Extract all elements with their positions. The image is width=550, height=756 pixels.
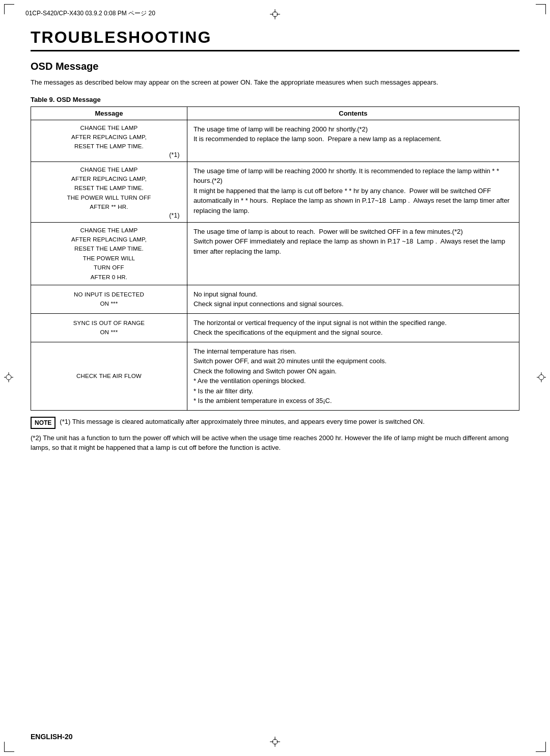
contents-cell-6: The internal temperature has risen. Swit… [187,342,519,410]
note-box: NOTE (*1) This message is cleared automa… [31,417,519,429]
message-text-3: CHANGE THE LAMPAFTER REPLACING LAMP,RESE… [36,226,182,282]
contents-cell-2: The usage time of lamp will be reaching … [187,161,519,222]
svg-point-10 [6,375,11,380]
osd-table: Message Contents CHANGE THE LAMPAFTER RE… [31,106,519,411]
message-text-2: CHANGE THE LAMPAFTER REPLACING LAMP,RESE… [36,165,182,212]
header-text: 01CP-S420/CP-X430 03.9.2 0:08 PM ページ 20 [25,9,155,18]
message-cell-3: CHANGE THE LAMPAFTER REPLACING LAMP,RESE… [31,222,187,285]
message-cell-1: CHANGE THE LAMPAFTER REPLACING LAMP,RESE… [31,120,187,161]
message-text-4: NO INPUT IS DETECTEDON *** [36,290,182,309]
page-footer: ENGLISH-20 [31,733,72,741]
contents-cell-3: The usage time of lamp is about to reach… [187,222,519,285]
page-title: TROUBLESHOOTING [31,28,519,51]
corner-mark-tl [4,4,14,14]
col-header-message: Message [31,106,187,120]
table-row: CHECK THE AIR FLOW The internal temperat… [31,342,519,410]
footnote-ref-1: (*1) [36,151,182,158]
corner-mark-bl [4,742,14,752]
contents-cell-1: The usage time of lamp will be reaching … [187,120,519,161]
content-area: TROUBLESHOOTING OSD Message The messages… [31,28,519,725]
message-cell-5: SYNC IS OUT OF RANGEON *** [31,313,187,342]
left-mark [4,372,13,384]
footnote2: (*2) The unit has a function to turn the… [31,433,519,453]
right-mark [537,372,546,384]
table-row: NO INPUT IS DETECTEDON *** No input sign… [31,285,519,313]
message-cell-2: CHANGE THE LAMPAFTER REPLACING LAMP,RESE… [31,161,187,222]
message-text-6: CHECK THE AIR FLOW [36,371,182,381]
intro-paragraph: The messages as described below may appe… [31,77,519,88]
table-row: CHANGE THE LAMPAFTER REPLACING LAMP,RESE… [31,120,519,161]
table-row: CHANGE THE LAMPAFTER REPLACING LAMP,RESE… [31,161,519,222]
message-cell-6: CHECK THE AIR FLOW [31,342,187,410]
note-label: NOTE [31,417,56,429]
contents-cell-5: The horizontal or vertical frequency of … [187,313,519,342]
page-number: ENGLISH-20 [31,733,72,741]
message-text-1: CHANGE THE LAMPAFTER REPLACING LAMP,RESE… [36,123,182,151]
contents-cell-4: No input signal found. Check signal inpu… [187,285,519,313]
note-content: (*1) This message is cleared automatical… [60,417,425,427]
table-row: SYNC IS OUT OF RANGEON *** The horizonta… [31,313,519,342]
svg-point-15 [539,375,544,380]
message-cell-4: NO INPUT IS DETECTEDON *** [31,285,187,313]
message-text-5: SYNC IS OUT OF RANGEON *** [36,318,182,337]
col-header-contents: Contents [187,106,519,120]
page-header: 01CP-S420/CP-X430 03.9.2 0:08 PM ページ 20 [25,9,525,18]
crosshair-bottom [270,737,280,747]
corner-mark-br [536,742,546,752]
svg-point-5 [272,739,278,744]
table-row: CHANGE THE LAMPAFTER REPLACING LAMP,RESE… [31,222,519,285]
section-title: OSD Message [31,61,519,72]
table-header-row: Message Contents [31,106,519,120]
footnote-ref-2: (*1) [36,212,182,219]
corner-mark-tr [536,4,546,14]
table-title: Table 9. OSD Message [31,96,519,103]
page-container: 01CP-S420/CP-X430 03.9.2 0:08 PM ページ 20 … [0,0,550,756]
